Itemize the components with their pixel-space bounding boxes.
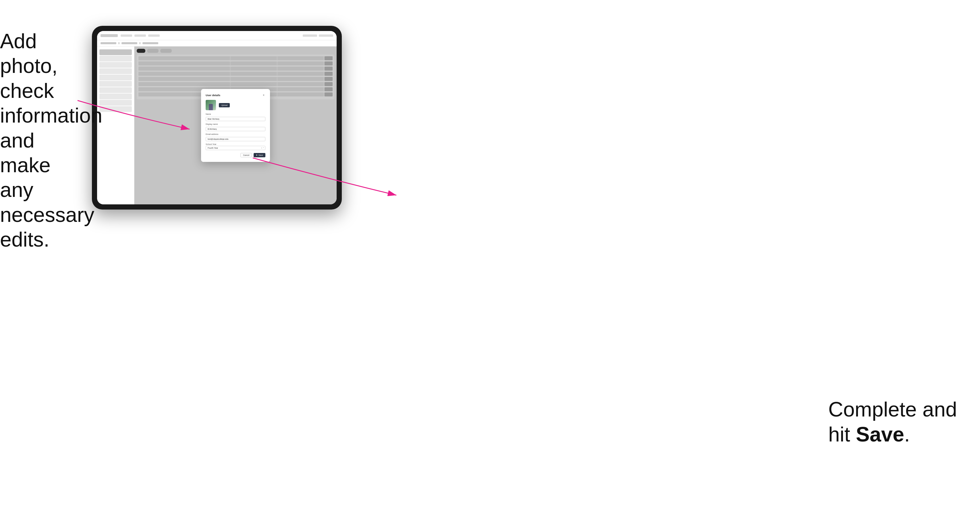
nav-item-3	[148, 35, 160, 37]
sidebar-item-4[interactable]	[99, 68, 132, 74]
app-logo	[100, 34, 118, 37]
sidebar-item-1[interactable]	[99, 49, 132, 55]
content-area: User details × Upload Name	[97, 46, 337, 204]
user-photo-thumbnail	[206, 100, 216, 110]
sidebar-item-2[interactable]	[99, 56, 132, 62]
display-name-field-group: Display name	[206, 123, 266, 131]
sidebar-item-3[interactable]	[99, 62, 132, 68]
tablet-frame: User details × Upload Name	[92, 26, 342, 210]
modal-close-button[interactable]: ×	[262, 94, 266, 97]
annotation-line4: necessary edits.	[0, 203, 94, 251]
modal-header: User details ×	[206, 94, 266, 97]
nav-item-2	[134, 35, 146, 37]
sidebar-item-10[interactable]	[99, 106, 132, 112]
annotation-right-bold: Save	[856, 423, 904, 446]
breadcrumb-item-3	[142, 42, 158, 44]
save-icon: ⬆	[256, 154, 258, 156]
right-annotation: Complete and hit Save.	[828, 397, 957, 447]
modal-footer: Cancel ⬆ Save	[206, 153, 266, 157]
display-name-input[interactable]	[206, 127, 266, 131]
sidebar	[97, 46, 134, 204]
modal-overlay: User details × Upload Name	[134, 46, 337, 204]
name-label: Name	[206, 113, 266, 115]
sidebar-item-6[interactable]	[99, 81, 132, 87]
modal-title: User details	[206, 94, 220, 97]
name-field-group: Name	[206, 113, 266, 121]
nav-item-1	[121, 35, 132, 37]
save-button[interactable]: ⬆ Save	[254, 153, 266, 157]
annotation-right-end: .	[904, 423, 910, 446]
name-input[interactable]	[206, 117, 266, 121]
school-year-label: School Year	[206, 143, 266, 145]
sidebar-item-7[interactable]	[99, 87, 132, 93]
tablet-screen: User details × Upload Name	[97, 31, 337, 204]
email-field-group: Email address	[206, 133, 266, 141]
sidebar-item-9[interactable]	[99, 100, 132, 106]
cancel-button[interactable]: Cancel	[240, 153, 252, 157]
header-right-item-1	[303, 35, 317, 37]
upload-photo-button[interactable]: Upload	[219, 103, 230, 107]
breadcrumb-sep-2	[139, 42, 141, 44]
photo-row: Upload	[206, 100, 266, 110]
app-nav	[121, 35, 160, 37]
school-year-field-group: School Year × ⌃	[206, 143, 266, 150]
header-right	[303, 35, 333, 37]
left-annotation: Add photo, check information and make an…	[0, 29, 80, 252]
breadcrumb	[97, 40, 337, 46]
annotation-line1: Add photo, check	[0, 30, 57, 102]
breadcrumb-item-2	[121, 42, 137, 44]
sidebar-item-8[interactable]	[99, 94, 132, 99]
select-icons: × ⌃	[261, 147, 264, 149]
breadcrumb-sep-1	[118, 42, 120, 44]
sidebar-item-5[interactable]	[99, 75, 132, 80]
display-name-label: Display name	[206, 123, 266, 125]
main-content: User details × Upload Name	[134, 46, 337, 204]
annotation-right-line2: hit	[828, 423, 856, 446]
select-clear-icon[interactable]: ×	[261, 147, 262, 149]
school-year-wrapper: × ⌃	[206, 146, 266, 150]
email-label: Email address	[206, 133, 266, 135]
breadcrumb-item-1	[100, 42, 116, 44]
user-details-modal: User details × Upload Name	[201, 89, 270, 162]
header-right-item-2	[319, 35, 333, 37]
annotation-line2: information and	[0, 104, 102, 152]
app-header	[97, 31, 337, 40]
school-year-input[interactable]	[206, 146, 266, 150]
annotation-line3: make any	[0, 154, 51, 201]
select-arrow-icon[interactable]: ⌃	[263, 147, 264, 149]
save-label: Save	[258, 154, 263, 156]
annotation-right-line1: Complete and	[828, 398, 957, 421]
photo-figure	[209, 104, 213, 110]
email-input[interactable]	[206, 137, 266, 141]
